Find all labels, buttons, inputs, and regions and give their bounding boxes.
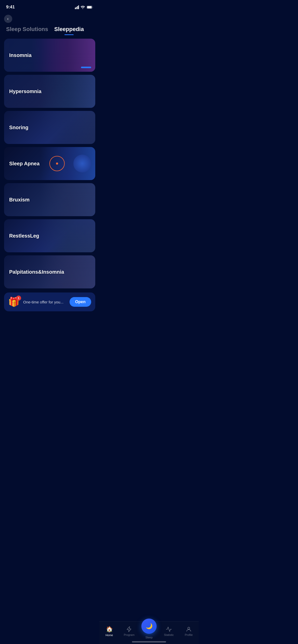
card-apnea-label: Sleep Apnea <box>9 161 39 167</box>
card-hypersomnia[interactable]: Hypersomnia <box>4 75 95 108</box>
offer-text: One-time offer for you... <box>23 300 66 304</box>
card-insomnia-indicator <box>81 67 91 68</box>
card-bruxism-label: Bruxism <box>9 197 30 203</box>
offer-icon-wrap: 🎁 1 <box>8 297 20 307</box>
card-restless-image <box>40 219 95 252</box>
card-palpitations[interactable]: Palpitations&Insomnia <box>4 255 95 288</box>
card-insomnia[interactable]: Insomnia <box>4 39 95 72</box>
back-button[interactable]: ‹ <box>0 13 99 24</box>
status-bar: 9:41 <box>0 0 99 13</box>
tab-header: Sleep Solutions Sleeppedia <box>0 24 99 35</box>
card-restless-label: RestlessLeg <box>9 233 39 239</box>
card-snoring-label: Snoring <box>9 125 29 130</box>
card-sleep-apnea[interactable]: Sleep Apnea <box>4 147 95 180</box>
back-circle: ‹ <box>4 15 12 23</box>
apnea-orb <box>73 155 91 172</box>
signal-icon <box>75 5 79 9</box>
card-insomnia-label: Insomnia <box>9 52 32 58</box>
cards-list: Insomnia Hypersomnia Snoring Sleep Apnea <box>0 35 99 288</box>
card-palpitations-label: Palpitations&Insomnia <box>9 269 64 275</box>
card-snoring-image <box>40 111 95 144</box>
card-hypersomnia-label: Hypersomnia <box>9 89 42 94</box>
offer-badge: 1 <box>16 296 21 301</box>
card-bruxism[interactable]: Bruxism <box>4 183 95 216</box>
apnea-ring-icon <box>49 156 65 171</box>
card-bruxism-image <box>40 183 95 216</box>
offer-open-button[interactable]: Open <box>70 297 91 307</box>
battery-icon <box>87 6 93 9</box>
tab-sleeppedia[interactable]: Sleeppedia <box>54 26 84 35</box>
card-hypersomnia-image <box>40 75 95 108</box>
card-restless-leg[interactable]: RestlessLeg <box>4 219 95 252</box>
tab-sleep-solutions[interactable]: Sleep Solutions <box>6 26 48 35</box>
apnea-ring-center <box>56 163 58 165</box>
scroll-area: Insomnia Hypersomnia Snoring Sleep Apnea <box>0 35 99 346</box>
wifi-icon <box>80 6 85 9</box>
card-snoring[interactable]: Snoring <box>4 111 95 144</box>
svg-rect-1 <box>87 6 92 8</box>
offer-banner: 🎁 1 One-time offer for you... Open <box>4 292 95 311</box>
status-time: 9:41 <box>6 5 15 10</box>
status-icons <box>75 5 93 9</box>
back-chevron-icon: ‹ <box>7 17 8 21</box>
